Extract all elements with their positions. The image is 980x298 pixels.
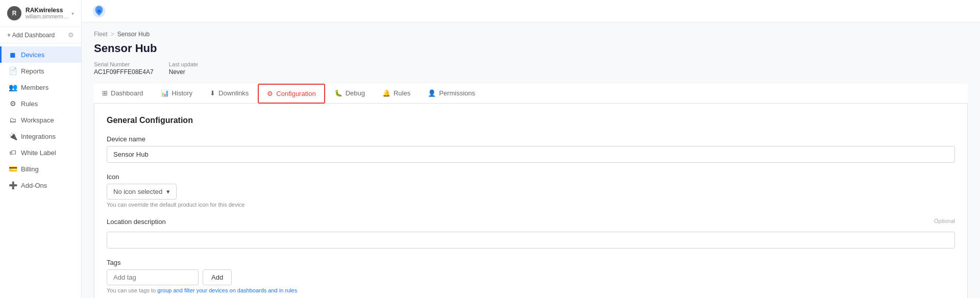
add-tag-button[interactable]: Add bbox=[203, 269, 232, 285]
tags-hint-prefix: You can use tags to bbox=[107, 287, 157, 293]
billing-icon: 💳 bbox=[9, 165, 17, 173]
app-logo-icon bbox=[92, 4, 106, 18]
sidebar-item-label: Members bbox=[21, 84, 48, 91]
location-input[interactable] bbox=[107, 232, 955, 249]
sidebar-add-row: + Add Dashboard ⚙ bbox=[0, 27, 81, 43]
tab-dashboard-label: Dashboard bbox=[111, 89, 143, 97]
permissions-tab-icon: 👤 bbox=[428, 89, 436, 97]
user-info: RAKwireless william.simmerman... bbox=[26, 7, 70, 20]
last-update-meta: Last update Never bbox=[169, 61, 199, 76]
tab-rules-label: Rules bbox=[394, 89, 410, 97]
device-name-input[interactable] bbox=[107, 146, 955, 163]
tags-hint-link[interactable]: group and filter your devices on dashboa… bbox=[157, 287, 297, 293]
serial-number-label: Serial Number bbox=[94, 61, 154, 67]
icon-group: Icon No icon selected ▾ You can override… bbox=[107, 173, 955, 208]
sidebar-item-label: Rules bbox=[21, 100, 38, 108]
tab-configuration[interactable]: ⚙ Configuration bbox=[258, 84, 325, 104]
section-title: General Configuration bbox=[107, 116, 955, 125]
user-email: william.simmerman... bbox=[26, 14, 70, 20]
top-bar bbox=[82, 0, 980, 22]
tab-rules[interactable]: 🔔 Rules bbox=[374, 84, 419, 104]
downlinks-tab-icon: ⬇ bbox=[210, 89, 215, 97]
tab-configuration-label: Configuration bbox=[276, 90, 315, 97]
sidebar-item-reports[interactable]: 📄 Reports bbox=[0, 63, 81, 79]
debug-tab-icon: 🐛 bbox=[334, 89, 342, 97]
tab-downlinks[interactable]: ⬇ Downlinks bbox=[202, 84, 257, 104]
sidebar-item-devices[interactable]: ◼ Devices bbox=[0, 46, 81, 63]
sidebar-header: R RAKwireless william.simmerman... ▾ bbox=[0, 0, 81, 27]
last-update-value: Never bbox=[169, 68, 199, 76]
integrations-icon: 🔌 bbox=[9, 132, 17, 140]
main-content: Fleet > Sensor Hub Sensor Hub Serial Num… bbox=[82, 0, 980, 298]
page-title: Sensor Hub bbox=[94, 42, 968, 55]
configuration-tab-icon: ⚙ bbox=[267, 90, 273, 97]
device-meta: Serial Number AC1F09FFFE08E4A7 Last upda… bbox=[94, 61, 968, 76]
add-ons-icon: ➕ bbox=[9, 181, 17, 189]
devices-icon: ◼ bbox=[9, 51, 17, 59]
add-dashboard-button[interactable]: + Add Dashboard bbox=[7, 32, 55, 39]
workspace-icon: 🗂 bbox=[9, 116, 17, 124]
sidebar-item-label: Reports bbox=[21, 67, 44, 75]
tab-history[interactable]: 📊 History bbox=[153, 84, 201, 104]
breadcrumb-current: Sensor Hub bbox=[117, 31, 150, 38]
tags-hint: You can use tags to group and filter you… bbox=[107, 287, 955, 293]
user-name: RAKwireless bbox=[26, 7, 70, 14]
content-area: Fleet > Sensor Hub Sensor Hub Serial Num… bbox=[82, 22, 980, 298]
last-update-label: Last update bbox=[169, 61, 199, 67]
tab-debug-label: Debug bbox=[346, 89, 365, 97]
chevron-down-icon: ▾ bbox=[166, 188, 170, 195]
chevron-down-icon: ▾ bbox=[71, 11, 74, 16]
sidebar-item-label: White Label bbox=[21, 149, 56, 157]
tab-debug[interactable]: 🐛 Debug bbox=[326, 84, 373, 104]
tab-downlinks-label: Downlinks bbox=[218, 89, 249, 97]
sidebar-item-billing[interactable]: 💳 Billing bbox=[0, 161, 81, 177]
icon-hint: You can override the default product ico… bbox=[107, 202, 955, 208]
gear-icon[interactable]: ⚙ bbox=[68, 31, 74, 39]
sidebar-item-label: Billing bbox=[21, 165, 39, 173]
add-tag-input[interactable] bbox=[107, 269, 199, 285]
sidebar-user[interactable]: R RAKwireless william.simmerman... bbox=[7, 6, 70, 20]
avatar: R bbox=[7, 6, 21, 20]
sidebar-item-workspace[interactable]: 🗂 Workspace bbox=[0, 112, 81, 128]
white-label-icon: 🏷 bbox=[9, 148, 17, 157]
members-icon: 👥 bbox=[9, 83, 17, 91]
breadcrumb-separator: > bbox=[111, 31, 114, 38]
dashboard-tab-icon: ⊞ bbox=[102, 89, 108, 97]
rules-icon: ⚙ bbox=[9, 100, 17, 108]
tab-dashboard[interactable]: ⊞ Dashboard bbox=[94, 84, 152, 104]
sidebar-nav: ◼ Devices 📄 Reports 👥 Members ⚙ Rules 🗂 … bbox=[0, 43, 81, 298]
location-label: Location description bbox=[107, 218, 166, 226]
icon-label: Icon bbox=[107, 173, 955, 181]
sidebar-item-integrations[interactable]: 🔌 Integrations bbox=[0, 128, 81, 144]
breadcrumb: Fleet > Sensor Hub bbox=[94, 31, 968, 38]
tags-group: Tags Add You can use tags to group and f… bbox=[107, 259, 955, 293]
tab-history-label: History bbox=[172, 89, 192, 97]
svg-point-1 bbox=[97, 9, 101, 13]
configuration-panel: General Configuration Device name Icon N… bbox=[94, 104, 968, 298]
sidebar-item-label: Workspace bbox=[21, 116, 54, 124]
serial-number-value: AC1F09FFFE08E4A7 bbox=[94, 68, 154, 76]
tags-input-row: Add bbox=[107, 269, 955, 285]
optional-label: Optional bbox=[934, 218, 955, 224]
icon-select-label: No icon selected bbox=[113, 188, 162, 195]
sidebar: R RAKwireless william.simmerman... ▾ + A… bbox=[0, 0, 82, 298]
device-name-label: Device name bbox=[107, 135, 955, 143]
sidebar-item-members[interactable]: 👥 Members bbox=[0, 79, 81, 95]
sidebar-item-rules[interactable]: ⚙ Rules bbox=[0, 95, 81, 112]
sidebar-item-label: Integrations bbox=[21, 133, 56, 140]
sidebar-item-add-ons[interactable]: ➕ Add-Ons bbox=[0, 177, 81, 193]
icon-select-row: No icon selected ▾ bbox=[107, 184, 955, 200]
tab-permissions-label: Permissions bbox=[439, 89, 475, 97]
sidebar-item-white-label[interactable]: 🏷 White Label bbox=[0, 144, 81, 161]
serial-number-meta: Serial Number AC1F09FFFE08E4A7 bbox=[94, 61, 154, 76]
rules-tab-icon: 🔔 bbox=[382, 89, 390, 97]
reports-icon: 📄 bbox=[9, 67, 17, 75]
tab-permissions[interactable]: 👤 Permissions bbox=[420, 84, 483, 104]
icon-select-button[interactable]: No icon selected ▾ bbox=[107, 184, 177, 200]
breadcrumb-fleet[interactable]: Fleet bbox=[94, 31, 108, 38]
sidebar-item-label: Devices bbox=[21, 51, 44, 59]
device-name-group: Device name bbox=[107, 135, 955, 163]
history-tab-icon: 📊 bbox=[161, 89, 169, 97]
location-group: Location description Optional bbox=[107, 218, 955, 249]
sidebar-item-label: Add-Ons bbox=[21, 182, 47, 189]
